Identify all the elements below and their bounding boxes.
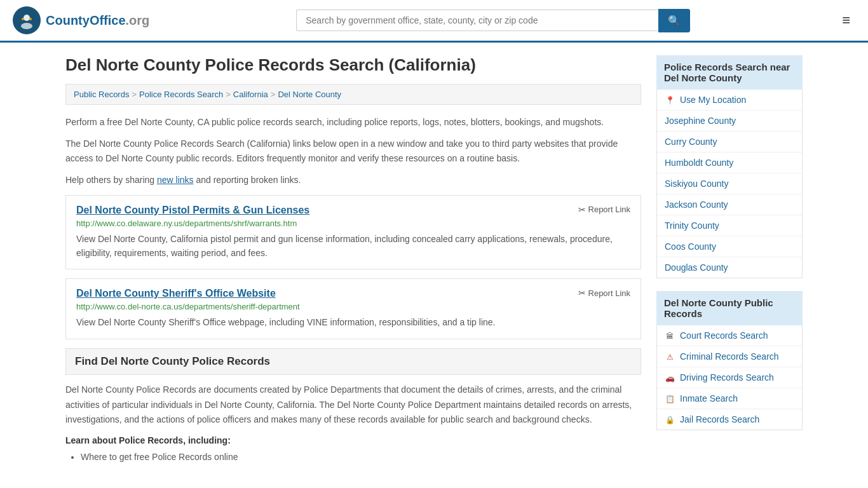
sidebar-item-trinity[interactable]: Trinity County [657,215,802,236]
criminal-icon [665,352,675,362]
breadcrumb-sep-1: > [132,90,137,99]
sidebar: Police Records Search near Del Norte Cou… [656,55,803,465]
sidebar-link-jail-records[interactable]: Jail Records Search [680,414,759,424]
result-title-1[interactable]: Del Norte County Pistol Permits & Gun Li… [76,205,309,216]
logo-icon [13,6,41,34]
sidebar-item-douglas[interactable]: Douglas County [657,257,802,278]
breadcrumb-public-records[interactable]: Public Records [74,90,129,99]
jail-icon [665,415,675,424]
content-area: Del Norte County Police Records Search (… [65,55,641,465]
page-title: Del Norte County Police Records Search (… [65,55,641,75]
header: CountyOffice.org 🔍 ≡ [0,0,868,43]
sidebar-public-records-heading: Del Norte County Public Records [656,291,803,325]
sidebar-link-criminal-records[interactable]: Criminal Records Search [680,351,779,362]
find-section: Find Del Norte County Police Records Del… [65,348,641,466]
sidebar-link-coos[interactable]: Coos County [665,241,716,252]
result-item-2: Del Norte County Sheriff's Office Websit… [65,278,641,339]
logo-text: CountyOffice.org [46,13,149,28]
learn-list: Where to get free Police Records online [65,449,641,465]
sidebar-link-douglas[interactable]: Douglas County [665,262,728,273]
breadcrumb-sep-2: > [226,90,231,99]
driving-icon [665,373,675,383]
breadcrumb-del-norte[interactable]: Del Norte County [278,90,341,99]
sidebar-link-josephine[interactable]: Josephine County [665,116,736,126]
sidebar-link-court-records[interactable]: Court Records Search [680,330,768,341]
description-1: Perform a free Del Norte County, CA publ… [65,115,641,129]
menu-button[interactable]: ≡ [837,10,855,31]
main-layout: Del Norte County Police Records Search (… [53,43,815,478]
sidebar-item-jail-records[interactable]: Jail Records Search [657,409,802,430]
report-label-2: Report Link [588,288,630,298]
svg-point-1 [24,15,30,21]
breadcrumb-police-records[interactable]: Police Records Search [139,90,223,99]
sidebar-link-curry[interactable]: Curry County [665,137,717,147]
search-icon: 🔍 [668,15,681,26]
sidebar-item-josephine[interactable]: Josephine County [657,111,802,132]
result-url-2[interactable]: http://www.co.del-norte.ca.us/department… [76,302,630,311]
sidebar-link-use-my-location[interactable]: Use My Location [680,95,746,105]
result-item-1: Del Norte County Pistol Permits & Gun Li… [65,195,641,270]
find-section-heading: Find Del Norte County Police Records [65,348,641,375]
report-link-2[interactable]: Report Link [578,288,630,298]
search-button[interactable]: 🔍 [658,9,690,32]
pin-icon [665,95,675,105]
sidebar-public-records-section: Del Norte County Public Records Court Re… [656,291,803,430]
sidebar-item-jackson[interactable]: Jackson County [657,194,802,215]
sidebar-public-records-list: Court Records Search Criminal Records Se… [656,325,803,430]
sidebar-item-criminal-records[interactable]: Criminal Records Search [657,346,802,367]
sidebar-link-driving-records[interactable]: Driving Records Search [680,372,774,383]
sidebar-link-jackson[interactable]: Jackson County [665,200,728,210]
inmate-icon [665,394,675,403]
sidebar-item-humboldt[interactable]: Humboldt County [657,152,802,173]
description-2: The Del Norte County Police Records Sear… [65,137,641,165]
learn-title: Learn about Police Records, including: [65,435,641,445]
svg-point-3 [22,18,24,20]
sidebar-item-inmate-search[interactable]: Inmate Search [657,388,802,409]
new-links[interactable]: new links [157,175,194,185]
sidebar-nearby-heading: Police Records Search near Del Norte Cou… [656,55,803,90]
logo-brand: CountyOffice [46,13,126,27]
sidebar-link-siskiyou[interactable]: Siskiyou County [665,179,728,189]
sidebar-nearby-section: Police Records Search near Del Norte Cou… [656,55,803,278]
result-header-1: Del Norte County Pistol Permits & Gun Li… [76,205,630,219]
desc3-pre: Help others by sharing [65,175,157,185]
result-url-1[interactable]: http://www.co.delaware.ny.us/departments… [76,219,630,228]
find-section-body: Del Norte County Police Records are docu… [65,383,641,428]
result-desc-1: View Del Norte County, California pistol… [76,232,630,261]
report-link-1[interactable]: Report Link [578,205,630,215]
desc3-post: and reporting broken links. [194,175,301,185]
court-icon [665,331,675,341]
logo-area: CountyOffice.org [13,6,149,34]
sidebar-item-coos[interactable]: Coos County [657,236,802,257]
svg-point-2 [21,23,32,29]
result-header-2: Del Norte County Sheriff's Office Websit… [76,288,630,302]
svg-point-4 [29,18,32,20]
result-desc-2: View Del Norte County Sheriff's Office w… [76,315,630,329]
search-input[interactable] [296,10,658,31]
sidebar-link-inmate-search[interactable]: Inmate Search [680,393,738,403]
breadcrumb-sep-3: > [271,90,276,99]
learn-item-1: Where to get free Police Records online [81,449,641,465]
sidebar-item-use-my-location[interactable]: Use My Location [657,90,802,111]
broken-icon-1 [578,205,586,215]
breadcrumb-california[interactable]: California [233,90,268,99]
sidebar-item-court-records[interactable]: Court Records Search [657,325,802,346]
sidebar-item-siskiyou[interactable]: Siskiyou County [657,173,802,194]
logo-suffix: .org [126,13,150,27]
result-title-2[interactable]: Del Norte County Sheriff's Office Websit… [76,288,276,299]
broken-icon-2 [578,288,586,298]
sidebar-link-trinity[interactable]: Trinity County [665,220,719,231]
sidebar-item-driving-records[interactable]: Driving Records Search [657,367,802,388]
breadcrumb: Public Records > Police Records Search >… [65,84,641,105]
description-3: Help others by sharing new links and rep… [65,173,641,187]
sidebar-link-humboldt[interactable]: Humboldt County [665,158,733,168]
report-label-1: Report Link [588,205,630,214]
search-area: 🔍 [296,9,690,32]
sidebar-nearby-list: Use My Location Josephine County Curry C… [656,90,803,278]
sidebar-item-curry[interactable]: Curry County [657,132,802,152]
menu-icon: ≡ [842,12,850,28]
